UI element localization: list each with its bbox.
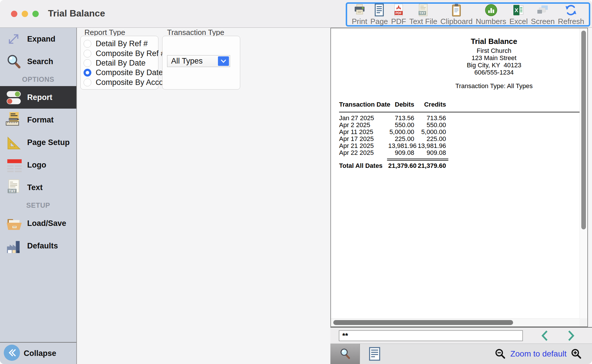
export-toolbar: Print Page (346, 2, 590, 27)
report-title: Trial Balance (331, 37, 588, 46)
page-icon (373, 3, 386, 17)
radio-circle-selected[interactable] (84, 69, 91, 77)
numbers-button[interactable]: Numbers (476, 3, 506, 26)
clipboard-button[interactable]: Clipboard (441, 3, 473, 26)
close-window-button[interactable] (11, 11, 17, 17)
sidebar-label-defaults: Defaults (27, 242, 58, 250)
title-bar: Trial Balance Print (0, 0, 592, 28)
text-file-button[interactable]: TXT Text File (409, 3, 437, 26)
table-row: Jan 27 2025713.56713.56 (339, 115, 584, 122)
sidebar-label-logo: Logo (27, 161, 46, 170)
report-transaction-type-meta: Transaction Type: All Types (331, 82, 588, 90)
sidebar-item-defaults[interactable]: Defaults (0, 235, 76, 257)
format-document-icon (3, 112, 24, 128)
table-row: Apr 11 20255,000.005,000.00 (339, 129, 584, 135)
report-total-row: Total All Dates 21,379.60 21,379.60 (339, 162, 584, 169)
page-label: Page (370, 17, 388, 26)
zoom-controls: Zoom to default (495, 344, 592, 364)
sidebar-item-load-save[interactable]: Load/Save (0, 212, 76, 235)
radio-composite-by-account[interactable]: Composite By Account (84, 78, 158, 87)
sidebar-item-logo[interactable]: Logo (0, 154, 76, 176)
tab-document-mode[interactable] (360, 344, 389, 364)
radio-circle[interactable] (84, 50, 91, 57)
zoom-to-default-link[interactable]: Zoom to default (510, 349, 567, 359)
sidebar-spacer (0, 257, 76, 342)
minimize-window-button[interactable] (22, 11, 28, 17)
sidebar-item-search[interactable]: Search (0, 50, 76, 73)
preview-bottom-bar: Zoom to default (330, 343, 592, 364)
sidebar-label-page-setup: Page Setup (27, 138, 70, 147)
radio-detail-by-date[interactable]: Detail By Date (84, 58, 158, 68)
sidebar-item-format[interactable]: Format (0, 109, 76, 131)
traffic-lights (11, 11, 39, 17)
transaction-type-group: All Types (162, 36, 240, 90)
pdf-label: PDF (391, 17, 406, 26)
open-folder-icon (3, 215, 24, 232)
sidebar-label-load-save: Load/Save (27, 219, 66, 228)
report-table-header: Transaction Date Debits Credits (339, 101, 584, 108)
radio-circle[interactable] (84, 79, 91, 86)
report-preview-panel[interactable]: Trial Balance First Church 123 Main Stre… (330, 28, 588, 327)
pdf-button[interactable]: PDF PDF (391, 3, 406, 26)
document-icon (369, 347, 380, 361)
zoom-in-icon[interactable] (571, 348, 582, 360)
svg-text:TXT: TXT (419, 11, 426, 15)
radio-composite-by-ref[interactable]: Composite By Ref # (84, 49, 158, 58)
find-input[interactable] (339, 330, 523, 341)
report-address-line1: 123 Main Street (331, 54, 588, 62)
table-row: Apr 2 2025550.00550.00 (339, 122, 584, 129)
tab-search-mode[interactable] (330, 344, 360, 364)
window-title: Trial Balance (48, 8, 105, 19)
horizontal-scrollbar[interactable] (331, 318, 580, 326)
svg-text:X: X (515, 7, 518, 13)
find-bar (330, 327, 592, 343)
sidebar-label-report: Report (27, 93, 52, 102)
vertical-scrollbar[interactable] (580, 28, 587, 318)
table-row: Apr 17 2025225.00225.00 (339, 135, 584, 142)
sidebar-label-expand: Expand (27, 35, 56, 44)
find-previous-button[interactable] (538, 329, 551, 342)
sidebar-label-text: Text (27, 183, 43, 192)
clipboard-label: Clipboard (441, 17, 473, 26)
report-address-line2: Big City, KY 40123 (331, 62, 588, 69)
radio-circle[interactable] (84, 40, 91, 48)
sidebar-item-expand[interactable]: Expand (0, 28, 76, 50)
radio-circle[interactable] (84, 59, 91, 67)
sidebar-label-collapse: Collapse (24, 349, 56, 358)
transaction-type-dropdown[interactable]: All Types (167, 55, 230, 67)
set-square-icon (3, 134, 24, 151)
header-rule (339, 112, 584, 112)
sidebar-label-format: Format (27, 116, 54, 125)
report-table: Transaction Date Debits Credits Jan 27 2… (339, 101, 584, 169)
collapse-chevrons-icon (3, 344, 20, 362)
magnifier-icon (3, 53, 24, 70)
report-toggles-icon (3, 89, 24, 106)
horizontal-scrollbar-thumb[interactable] (333, 320, 513, 325)
refresh-button[interactable]: Refresh (558, 3, 584, 26)
sidebar-collapse-button[interactable]: Collapse (0, 343, 76, 364)
print-button[interactable]: Print (352, 3, 367, 26)
screen-windows-icon (536, 3, 550, 17)
sidebar-item-text[interactable]: TXT Text (0, 176, 76, 199)
sidebar-item-page-setup[interactable]: Page Setup (0, 131, 76, 154)
chevron-down-icon (218, 56, 229, 66)
zoom-window-button[interactable] (32, 11, 39, 17)
radio-detail-by-ref[interactable]: Detail By Ref # (84, 39, 158, 49)
radio-composite-by-date[interactable]: Composite By Date (84, 68, 158, 77)
pdf-file-icon: PDF (392, 3, 405, 17)
zoom-out-icon[interactable] (495, 348, 506, 360)
vertical-scrollbar-thumb[interactable] (581, 31, 586, 229)
screen-button[interactable]: Screen (531, 3, 555, 26)
logo-placeholder-icon (3, 157, 24, 173)
text-file-label: Text File (409, 17, 437, 26)
numbers-chart-icon (484, 3, 498, 17)
sidebar-item-report[interactable]: Report (0, 86, 76, 109)
text-file-icon: TXT (417, 3, 430, 17)
excel-icon: X (512, 3, 525, 17)
excel-button[interactable]: X Excel (509, 3, 528, 26)
report-table-body: Jan 27 2025713.56713.56 Apr 2 2025550.00… (339, 115, 584, 156)
page-button[interactable]: Page (370, 3, 388, 26)
expand-arrows-icon (3, 31, 24, 47)
find-next-button[interactable] (565, 329, 578, 342)
app-window: Trial Balance Print (0, 0, 592, 364)
